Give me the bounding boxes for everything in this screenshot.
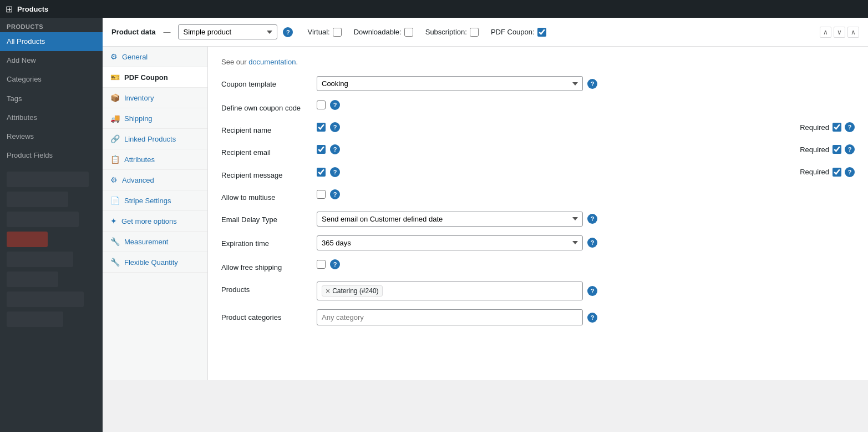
recipient-message-help-icon[interactable]: ? <box>330 167 340 177</box>
left-nav-stripe-settings[interactable]: 📄 Stripe Settings <box>103 190 207 211</box>
top-bar: ⊞ Products <box>0 0 868 18</box>
left-nav-pdf-coupon-label: PDF Coupon <box>124 73 168 82</box>
recipient-name-row: Recipient name ? Required ? <box>221 122 855 135</box>
doc-text: See our <box>221 58 248 66</box>
left-nav-advanced[interactable]: ⚙ Advanced <box>103 170 207 190</box>
recipient-name-required-label: Required <box>800 123 829 132</box>
collapse-up-button[interactable]: ∧ <box>820 27 831 38</box>
coupon-template-select[interactable]: Cooking Birthday Holiday Wedding <box>317 76 583 91</box>
product-categories-help-icon[interactable]: ? <box>587 313 597 323</box>
allow-multiuse-checkbox[interactable] <box>317 190 326 199</box>
products-label: Products <box>221 282 310 295</box>
doc-link[interactable]: documentation <box>248 58 296 66</box>
sidebar-item-product-fields[interactable]: Product Fields <box>0 146 103 165</box>
allow-multiuse-help-icon[interactable]: ? <box>330 189 340 199</box>
expiration-time-control: 365 days 30 days 60 days 90 days Never ? <box>317 235 855 250</box>
allow-free-shipping-control: ? <box>317 259 855 269</box>
sidebar-item-reviews[interactable]: Reviews <box>0 127 103 146</box>
left-nav-general[interactable]: ⚙ General <box>103 47 207 67</box>
top-bar-title: Products <box>17 5 48 13</box>
sidebar-item-all-products[interactable]: All Products <box>0 32 103 51</box>
left-nav-measurement[interactable]: 🔧 Measurement <box>103 232 207 252</box>
doc-suffix: . <box>296 58 298 66</box>
virtual-checkbox[interactable] <box>333 28 342 37</box>
define-own-coupon-code-control: ? <box>317 100 855 110</box>
coupon-template-label: Coupon template <box>221 76 310 89</box>
sidebar-item-add-new[interactable]: Add New <box>0 51 103 70</box>
linked-products-icon: 🔗 <box>110 134 120 143</box>
left-nav-linked-products[interactable]: 🔗 Linked Products <box>103 129 207 149</box>
recipient-message-label: Recipient message <box>221 167 310 180</box>
sidebar-item-tags[interactable]: Tags <box>0 89 103 108</box>
allow-free-shipping-row: Allow free shipping ? <box>221 259 855 273</box>
product-type-help-icon[interactable]: ? <box>283 27 293 37</box>
header-right-controls: ∧ ∨ ∧ <box>820 27 859 38</box>
recipient-email-required-help-icon[interactable]: ? <box>845 144 855 154</box>
get-more-options-icon: ✦ <box>110 217 117 225</box>
recipient-email-checkbox[interactable] <box>317 145 326 154</box>
downloadable-checkbox[interactable] <box>404 28 413 37</box>
products-tag-input-field[interactable] <box>385 287 578 295</box>
virtual-checkbox-group: Virtual: <box>307 28 341 37</box>
downloadable-label: Downloadable: <box>354 28 402 36</box>
recipient-message-required-checkbox[interactable] <box>833 168 841 177</box>
pdf-coupon-checkbox[interactable] <box>537 28 546 37</box>
subscription-checkbox[interactable] <box>470 28 479 37</box>
recipient-email-required-label: Required <box>800 145 829 154</box>
recipient-name-required-help-icon[interactable]: ? <box>845 122 855 132</box>
sidebar-item-categories[interactable]: Categories <box>0 70 103 89</box>
recipient-message-checkbox[interactable] <box>317 168 326 177</box>
products-help-icon[interactable]: ? <box>587 286 597 296</box>
email-delay-type-help-icon[interactable]: ? <box>587 214 597 224</box>
recipient-message-required-help-icon[interactable]: ? <box>845 167 855 177</box>
allow-free-shipping-checkbox[interactable] <box>317 260 326 269</box>
recipient-name-help-icon[interactable]: ? <box>330 122 340 132</box>
recipient-email-required-checkbox[interactable] <box>833 145 841 154</box>
coupon-template-help-icon[interactable]: ? <box>587 79 597 89</box>
recipient-name-checkbox[interactable] <box>317 123 326 132</box>
right-form: See our documentation. Coupon template C… <box>208 47 868 380</box>
left-nav-shipping[interactable]: 🚚 Shipping <box>103 108 207 129</box>
product-data-label: Product data <box>111 28 155 36</box>
sidebar-heading: Products <box>0 18 103 32</box>
product-categories-input[interactable] <box>317 309 583 325</box>
left-nav-attributes-label: Attributes <box>124 155 155 164</box>
expiration-time-select[interactable]: 365 days 30 days 60 days 90 days Never <box>317 235 583 250</box>
define-own-coupon-code-checkbox[interactable] <box>317 101 326 109</box>
products-tag-input-wrapper[interactable]: × Catering (#240) <box>317 282 583 300</box>
recipient-name-required-checkbox[interactable] <box>833 123 841 132</box>
recipient-name-required-group: Required ? <box>800 122 855 132</box>
left-nav-stripe-settings-label: Stripe Settings <box>124 197 171 205</box>
sidebar-item-attributes[interactable]: Attributes <box>0 108 103 127</box>
stripe-settings-icon: 📄 <box>110 196 120 205</box>
left-nav-shipping-label: Shipping <box>124 114 153 123</box>
products-control: × Catering (#240) ? <box>317 282 855 300</box>
catering-tag-remove[interactable]: × <box>326 287 330 295</box>
left-nav-advanced-label: Advanced <box>122 176 154 184</box>
left-nav-pdf-coupon[interactable]: 🎫 PDF Coupon <box>103 67 207 88</box>
content-area: Product data — Simple product Grouped pr… <box>103 18 868 432</box>
virtual-label: Virtual: <box>307 28 329 36</box>
collapse-toggle-button[interactable]: ∧ <box>847 27 859 38</box>
email-delay-type-row: Email Delay Type Send email on Customer … <box>221 212 855 227</box>
product-data-body: ⚙ General 🎫 PDF Coupon 📦 Inventory 🚚 Shi… <box>103 47 868 380</box>
product-data-dash: — <box>163 28 170 36</box>
left-nav-flexible-quantity[interactable]: 🔧 Flexible Quantity <box>103 252 207 273</box>
recipient-email-label: Recipient email <box>221 144 310 158</box>
product-type-select[interactable]: Simple product Grouped product External/… <box>178 24 277 39</box>
left-nav-get-more-options[interactable]: ✦ Get more options <box>103 211 207 232</box>
allow-free-shipping-label: Allow free shipping <box>221 259 310 273</box>
product-data-header: Product data — Simple product Grouped pr… <box>103 18 868 47</box>
expiration-time-help-icon[interactable]: ? <box>587 238 597 248</box>
collapse-down-button[interactable]: ∨ <box>834 27 845 38</box>
left-nav-measurement-label: Measurement <box>124 238 168 246</box>
define-own-coupon-code-help-icon[interactable]: ? <box>330 100 340 110</box>
email-delay-type-control: Send email on Customer defined date Send… <box>317 212 855 227</box>
email-delay-type-select[interactable]: Send email on Customer defined date Send… <box>317 212 583 227</box>
recipient-email-help-icon[interactable]: ? <box>330 144 340 154</box>
left-nav-inventory[interactable]: 📦 Inventory <box>103 88 207 108</box>
left-nav-attributes[interactable]: 📋 Attributes <box>103 149 207 170</box>
measurement-icon: 🔧 <box>110 237 120 246</box>
downloadable-checkbox-group: Downloadable: <box>354 28 413 37</box>
allow-free-shipping-help-icon[interactable]: ? <box>330 259 340 269</box>
